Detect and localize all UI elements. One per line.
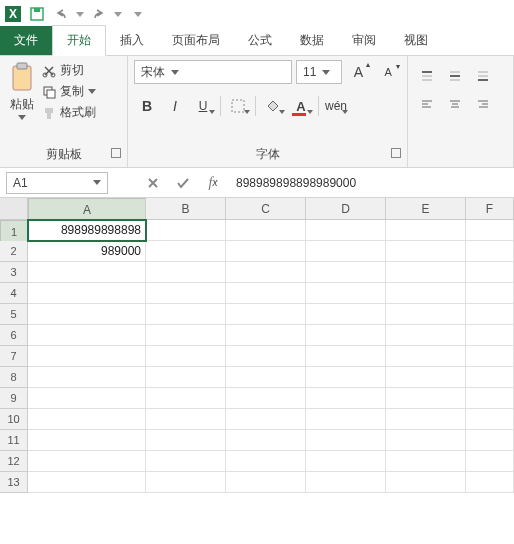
shrink-font-button[interactable]: A▾ [375, 60, 401, 84]
tab-layout[interactable]: 页面布局 [158, 26, 234, 55]
row-header-3[interactable]: 3 [0, 262, 28, 283]
row-header-13[interactable]: 13 [0, 472, 28, 493]
cell-F9[interactable] [466, 388, 514, 409]
undo-icon[interactable] [52, 5, 70, 23]
cell-C12[interactable] [226, 451, 306, 472]
row-header-4[interactable]: 4 [0, 283, 28, 304]
cell-C3[interactable] [226, 262, 306, 283]
cell-C9[interactable] [226, 388, 306, 409]
cell-A12[interactable] [28, 451, 146, 472]
font-size-select[interactable]: 11 [296, 60, 342, 84]
fx-button[interactable]: fx [198, 172, 228, 194]
column-header-A[interactable]: A [28, 198, 146, 222]
cell-A7[interactable] [28, 346, 146, 367]
cell-C8[interactable] [226, 367, 306, 388]
cell-A6[interactable] [28, 325, 146, 346]
cell-B11[interactable] [146, 430, 226, 451]
cell-C10[interactable] [226, 409, 306, 430]
redo-caret-icon[interactable] [114, 12, 122, 17]
cell-D2[interactable] [306, 241, 386, 262]
cell-B12[interactable] [146, 451, 226, 472]
align-middle-button[interactable] [442, 64, 468, 88]
align-right-button[interactable] [470, 92, 496, 116]
copy-button[interactable]: 复制 [42, 83, 96, 100]
border-button[interactable] [225, 94, 251, 118]
cell-D6[interactable] [306, 325, 386, 346]
cell-F1[interactable] [466, 220, 514, 241]
row-header-9[interactable]: 9 [0, 388, 28, 409]
cell-B3[interactable] [146, 262, 226, 283]
cell-E9[interactable] [386, 388, 466, 409]
row-header-12[interactable]: 12 [0, 451, 28, 472]
tab-home[interactable]: 开始 [52, 25, 106, 56]
cell-F8[interactable] [466, 367, 514, 388]
cell-D3[interactable] [306, 262, 386, 283]
redo-icon[interactable] [90, 5, 108, 23]
row-header-6[interactable]: 6 [0, 325, 28, 346]
phonetic-button[interactable]: wén [323, 94, 349, 118]
cell-F3[interactable] [466, 262, 514, 283]
cell-C1[interactable] [226, 220, 306, 241]
cell-A11[interactable] [28, 430, 146, 451]
paste-button[interactable]: 粘贴 [6, 60, 38, 144]
row-header-10[interactable]: 10 [0, 409, 28, 430]
cell-F10[interactable] [466, 409, 514, 430]
font-color-button[interactable]: A [288, 94, 314, 118]
cell-A1[interactable]: 898989898898 [28, 220, 146, 241]
cell-E13[interactable] [386, 472, 466, 493]
clipboard-dialog-icon[interactable] [111, 148, 121, 158]
cell-E2[interactable] [386, 241, 466, 262]
align-center-button[interactable] [442, 92, 468, 116]
grow-font-button[interactable]: A▴ [346, 60, 372, 84]
cell-A8[interactable] [28, 367, 146, 388]
cell-B4[interactable] [146, 283, 226, 304]
cell-D13[interactable] [306, 472, 386, 493]
undo-caret-icon[interactable] [76, 12, 84, 17]
cell-F5[interactable] [466, 304, 514, 325]
align-bottom-button[interactable] [470, 64, 496, 88]
cell-A3[interactable] [28, 262, 146, 283]
align-top-button[interactable] [414, 64, 440, 88]
cell-C7[interactable] [226, 346, 306, 367]
column-header-D[interactable]: D [306, 198, 386, 219]
cell-E7[interactable] [386, 346, 466, 367]
tab-insert[interactable]: 插入 [106, 26, 158, 55]
tab-review[interactable]: 审阅 [338, 26, 390, 55]
formula-input[interactable]: 898989898898989000 [228, 172, 514, 194]
format-painter-button[interactable]: 格式刷 [42, 104, 96, 121]
fill-color-button[interactable] [260, 94, 286, 118]
tab-file[interactable]: 文件 [0, 26, 52, 55]
cell-D9[interactable] [306, 388, 386, 409]
cell-C13[interactable] [226, 472, 306, 493]
cell-D1[interactable] [306, 220, 386, 241]
row-header-11[interactable]: 11 [0, 430, 28, 451]
row-header-7[interactable]: 7 [0, 346, 28, 367]
cell-B8[interactable] [146, 367, 226, 388]
cell-D12[interactable] [306, 451, 386, 472]
cell-B6[interactable] [146, 325, 226, 346]
tab-formulas[interactable]: 公式 [234, 26, 286, 55]
cell-D5[interactable] [306, 304, 386, 325]
cell-F7[interactable] [466, 346, 514, 367]
cell-A9[interactable] [28, 388, 146, 409]
cell-E12[interactable] [386, 451, 466, 472]
cell-E3[interactable] [386, 262, 466, 283]
select-all-corner[interactable] [0, 198, 28, 219]
bold-button[interactable]: B [134, 94, 160, 118]
cell-B2[interactable] [146, 241, 226, 262]
cell-A2[interactable]: 989000 [28, 241, 146, 262]
column-header-F[interactable]: F [466, 198, 514, 219]
cell-B5[interactable] [146, 304, 226, 325]
row-header-2[interactable]: 2 [0, 241, 28, 262]
cell-C5[interactable] [226, 304, 306, 325]
cell-B7[interactable] [146, 346, 226, 367]
cell-B1[interactable] [146, 220, 226, 241]
cell-E10[interactable] [386, 409, 466, 430]
qat-customize-icon[interactable] [134, 12, 142, 17]
cancel-formula-button[interactable] [138, 172, 168, 194]
cell-B13[interactable] [146, 472, 226, 493]
column-header-C[interactable]: C [226, 198, 306, 219]
cell-C2[interactable] [226, 241, 306, 262]
cell-C4[interactable] [226, 283, 306, 304]
cell-A4[interactable] [28, 283, 146, 304]
